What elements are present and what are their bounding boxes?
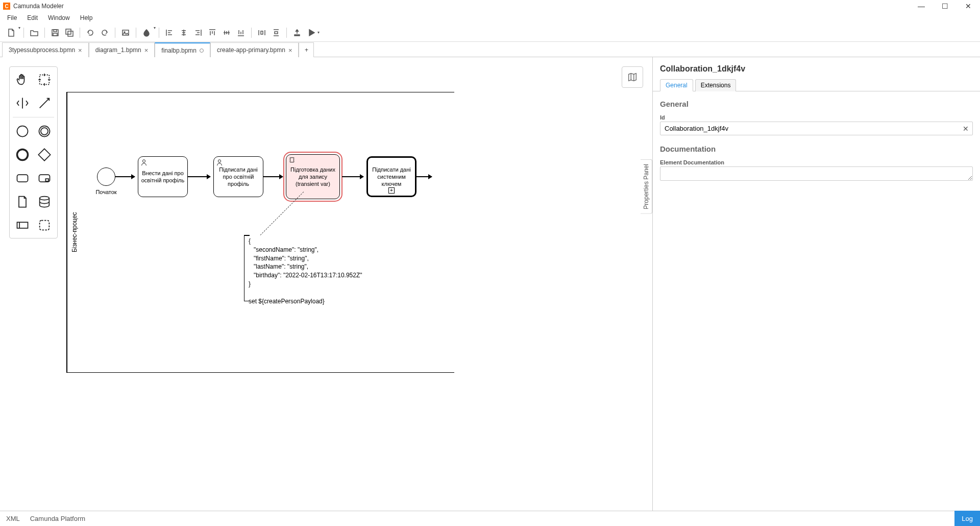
menu-file[interactable]: File <box>2 13 22 22</box>
tab-add[interactable]: + <box>299 42 314 57</box>
file-tabs: 3typessubprocess.bpmn × diagram_1.bpmn ×… <box>0 42 980 57</box>
svg-rect-17 <box>39 221 49 230</box>
bpmn-pool[interactable]: Бізнес-процес Початок Внести дані про ос… <box>66 92 454 373</box>
menu-edit[interactable]: Edit <box>22 13 43 22</box>
properties-tab-general[interactable]: General <box>660 79 693 91</box>
end-event-tool[interactable] <box>13 145 33 164</box>
distribute-v-button[interactable] <box>269 26 283 40</box>
svg-rect-1 <box>54 30 57 32</box>
close-icon[interactable]: × <box>288 46 292 54</box>
group-tool[interactable] <box>35 216 55 235</box>
save-all-button[interactable] <box>62 26 77 40</box>
task-label: Підписати дані про освітній профіль <box>216 166 261 188</box>
task-label: Внести дані про освітній профіль <box>140 170 185 184</box>
sequence-flow[interactable] <box>416 176 432 177</box>
align-bottom-button[interactable] <box>234 26 248 40</box>
start-event[interactable] <box>97 168 115 186</box>
save-button[interactable] <box>48 26 62 40</box>
task-label: Підготовка даних для запису (transient v… <box>288 166 337 188</box>
documentation-input[interactable] <box>660 166 973 181</box>
script-task-icon <box>288 157 296 164</box>
menu-help[interactable]: Help <box>75 13 98 22</box>
toolbar: ▾ ▾ ▾ <box>0 23 980 42</box>
svg-rect-7 <box>39 75 49 85</box>
tab-label: 3typessubprocess.bpmn <box>9 46 75 54</box>
intermediate-event-tool[interactable] <box>35 122 55 141</box>
color-button[interactable] <box>139 26 154 40</box>
tab-label: diagram_1.bpmn <box>95 46 141 54</box>
deploy-button[interactable] <box>290 26 304 40</box>
window-close[interactable]: ✕ <box>957 0 980 12</box>
sequence-flow[interactable] <box>263 176 283 177</box>
sequence-flow[interactable] <box>342 176 363 177</box>
align-top-button[interactable] <box>205 26 219 40</box>
svg-rect-12 <box>17 175 28 182</box>
tab-diagram-1[interactable]: diagram_1.bpmn × <box>89 42 155 57</box>
lasso-tool[interactable] <box>35 70 55 89</box>
app-logo: C <box>3 3 10 10</box>
tab-3typessubprocess[interactable]: 3typessubprocess.bpmn × <box>2 42 89 57</box>
align-right-button[interactable] <box>191 26 205 40</box>
gateway-tool[interactable] <box>35 145 55 164</box>
align-left-button[interactable] <box>162 26 177 40</box>
tab-create-app-primary[interactable]: create-app-primary.bpmn × <box>210 42 299 57</box>
align-middle-button[interactable] <box>219 26 234 40</box>
status-platform[interactable]: Camunda Platform <box>30 515 85 522</box>
svg-point-19 <box>218 160 220 162</box>
svg-rect-16 <box>17 222 28 228</box>
task-sign-system[interactable]: Підписати дані системним ключем + <box>366 156 416 197</box>
connect-tool[interactable] <box>35 93 55 113</box>
distribute-h-button[interactable] <box>255 26 269 40</box>
status-xml[interactable]: XML <box>6 515 20 522</box>
titlebar: C Camunda Modeler — ☐ ✕ <box>0 0 980 12</box>
data-store-tool[interactable] <box>35 192 55 211</box>
subprocess-tool[interactable] <box>35 169 55 188</box>
dirty-indicator-icon <box>200 49 204 53</box>
svg-point-10 <box>41 128 48 135</box>
label-documentation: Element Documentation <box>660 159 973 165</box>
window-minimize[interactable]: — <box>910 0 933 12</box>
task-label: Підписати дані системним ключем <box>370 166 413 188</box>
undo-button[interactable] <box>83 26 97 40</box>
text-annotation[interactable]: { "secondName": "string", "firstName": "… <box>244 235 366 301</box>
image-button[interactable] <box>118 26 133 40</box>
canvas[interactable]: Properties Panel Бізнес-процес Початок В… <box>0 57 652 511</box>
app-title: Camunda Modeler <box>13 3 64 10</box>
svg-rect-4 <box>68 31 73 36</box>
close-icon[interactable]: × <box>78 46 82 54</box>
space-tool[interactable] <box>13 93 33 113</box>
hand-tool[interactable] <box>13 70 33 89</box>
data-object-tool[interactable] <box>13 192 33 211</box>
new-file-button[interactable] <box>4 26 18 40</box>
open-file-button[interactable] <box>27 26 41 40</box>
close-icon[interactable]: × <box>144 46 149 54</box>
section-general: General <box>660 100 973 108</box>
sequence-flow[interactable] <box>115 176 135 177</box>
window-maximize[interactable]: ☐ <box>933 0 957 12</box>
properties-tab-extensions[interactable]: Extensions <box>695 79 737 91</box>
sequence-flow[interactable] <box>188 176 210 177</box>
task-tool[interactable] <box>13 169 33 188</box>
id-input[interactable] <box>660 122 973 135</box>
tab-finalbp[interactable]: finalbp.bpmn <box>155 42 210 57</box>
task-enter-data[interactable]: Внести дані про освітній профіль <box>138 156 188 197</box>
run-button[interactable] <box>304 26 318 40</box>
svg-rect-14 <box>45 179 48 181</box>
start-event-label: Початок <box>93 189 119 195</box>
status-log[interactable]: Log <box>954 511 980 526</box>
clear-icon[interactable]: ✕ <box>963 125 969 133</box>
section-documentation: Documentation <box>660 145 973 153</box>
tab-label: finalbp.bpmn <box>161 47 197 54</box>
minimap-toggle[interactable] <box>622 66 643 88</box>
redo-button[interactable] <box>97 26 112 40</box>
task-sign-data[interactable]: Підписати дані про освітній профіль <box>213 156 263 197</box>
task-prepare-data[interactable]: Підготовка даних для запису (transient v… <box>286 154 340 199</box>
pool-tool[interactable] <box>13 216 33 235</box>
properties-panel-handle[interactable]: Properties Panel <box>641 159 652 214</box>
svg-point-15 <box>39 197 49 200</box>
pool-label: Бізнес-процес <box>67 92 81 372</box>
align-center-button[interactable] <box>177 26 191 40</box>
menu-window[interactable]: Window <box>43 13 75 22</box>
start-event-tool[interactable] <box>13 122 33 141</box>
properties-panel: Collaboration_1dkjf4v General Extensions… <box>652 57 980 511</box>
